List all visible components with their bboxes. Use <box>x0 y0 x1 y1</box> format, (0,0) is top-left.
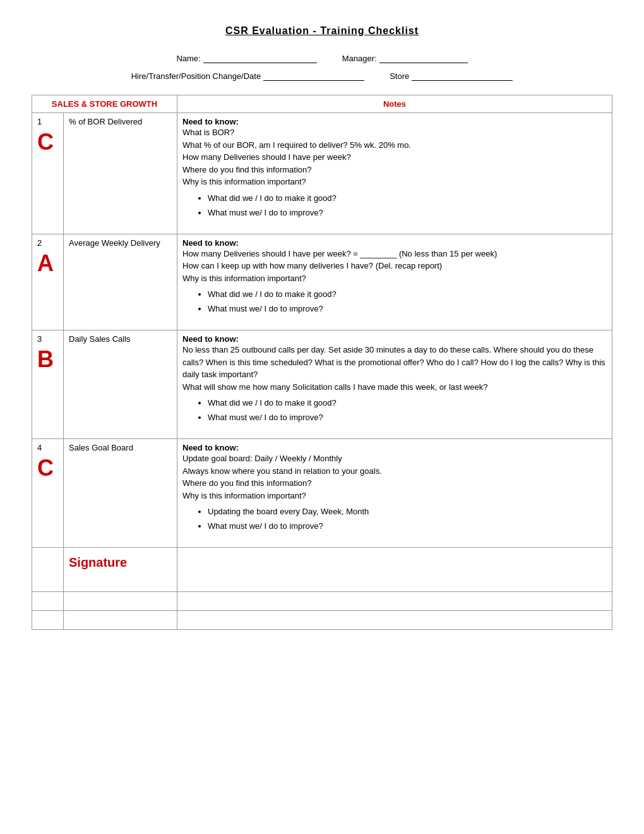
notes-cell: Need to know:How many Deliveries should … <box>177 234 612 330</box>
need-to-know-label: Need to know: <box>182 334 607 344</box>
store-field: Store <box>390 70 513 81</box>
row-grade: C <box>37 129 58 155</box>
name-field: Name: <box>176 52 316 63</box>
row-grade: A <box>37 250 58 277</box>
row-label-cell: % of BOR Delivered <box>64 113 177 234</box>
notes-cell: Need to know:What is BOR?What % of our B… <box>177 113 612 234</box>
page-title: CSR Evaluation - Training Checklist <box>32 25 612 37</box>
footer-num-cell <box>32 592 64 611</box>
manager-field: Manager: <box>342 52 468 63</box>
manager-underline[interactable] <box>379 52 468 63</box>
bullet-list: What did we / I do to make it good?What … <box>208 289 607 313</box>
footer-label-cell <box>64 611 177 630</box>
hire-underline[interactable] <box>263 70 364 81</box>
store-underline[interactable] <box>412 70 513 81</box>
footer-notes-cell <box>177 611 612 630</box>
row-number: 2 <box>37 238 58 248</box>
bullet-list: What did we / I do to make it good?What … <box>208 398 607 422</box>
notes-text: What is BOR?What % of our BOR, am I requ… <box>182 126 607 188</box>
signature-label: Signature <box>69 555 127 569</box>
name-underline[interactable] <box>203 52 317 63</box>
bullet-item: What did we / I do to make it good? <box>208 193 607 203</box>
bullet-item: Updating the board every Day, Week, Mont… <box>208 507 607 516</box>
table-row: 1C% of BOR DeliveredNeed to know:What is… <box>32 113 612 234</box>
bullet-list: What did we / I do to make it good?What … <box>208 193 607 217</box>
need-to-know-label: Need to know: <box>182 117 607 126</box>
bullet-item: What must we/ I do to improve? <box>208 413 607 422</box>
form-row-1: Name: Manager: <box>176 52 467 63</box>
bullet-item: What must we/ I do to improve? <box>208 521 607 531</box>
row-label-cell: Daily Sales Calls <box>64 330 177 439</box>
row-number: 4 <box>37 443 58 452</box>
hire-field: Hire/Transfer/Position Change/Date <box>131 70 364 81</box>
form-fields: Name: Manager: Hire/Transfer/Position Ch… <box>32 52 612 83</box>
row-label: Daily Sales Calls <box>69 334 172 344</box>
row-label: Sales Goal Board <box>69 443 172 452</box>
need-to-know-label: Need to know: <box>182 443 607 452</box>
num-grade-cell: 3B <box>32 330 64 439</box>
row-label: % of BOR Delivered <box>69 117 172 126</box>
header-sales-growth: SALES & STORE GROWTH <box>32 95 177 113</box>
manager-label: Manager: <box>342 54 377 63</box>
footer-num-cell <box>32 611 64 630</box>
num-grade-cell: 2A <box>32 234 64 330</box>
bullet-item: What did we / I do to make it good? <box>208 398 607 408</box>
row-label: Average Weekly Delivery <box>69 238 172 248</box>
signature-row: Signature <box>32 548 612 592</box>
form-row-2: Hire/Transfer/Position Change/Date Store <box>131 70 513 81</box>
num-grade-cell: 1C <box>32 113 64 234</box>
notes-text: How many Deliveries should I have per we… <box>182 248 607 285</box>
bullet-list: Updating the board every Day, Week, Mont… <box>208 507 607 531</box>
num-grade-cell: 4C <box>32 439 64 548</box>
footer-notes-cell <box>177 592 612 611</box>
table-row: 2AAverage Weekly DeliveryNeed to know:Ho… <box>32 234 612 330</box>
sig-label-cell: Signature <box>64 548 177 592</box>
row-label-cell: Sales Goal Board <box>64 439 177 548</box>
need-to-know-label: Need to know: <box>182 238 607 248</box>
row-label-cell: Average Weekly Delivery <box>64 234 177 330</box>
footer-row <box>32 592 612 611</box>
table-header-row: SALES & STORE GROWTH Notes <box>32 95 612 113</box>
row-number: 1 <box>37 117 58 126</box>
sig-notes-cell <box>177 548 612 592</box>
row-grade: B <box>37 346 58 373</box>
main-table: SALES & STORE GROWTH Notes 1C% of BOR De… <box>32 95 612 630</box>
notes-cell: Need to know:Update goal board: Daily / … <box>177 439 612 548</box>
bullet-item: What did we / I do to make it good? <box>208 289 607 299</box>
name-label: Name: <box>176 54 200 63</box>
header-notes: Notes <box>177 95 612 113</box>
footer-label-cell <box>64 592 177 611</box>
table-row: 3BDaily Sales CallsNeed to know:No less … <box>32 330 612 439</box>
notes-text: Update goal board: Daily / Weekly / Mont… <box>182 452 607 502</box>
hire-label: Hire/Transfer/Position Change/Date <box>131 71 261 81</box>
row-number: 3 <box>37 334 58 344</box>
row-grade: C <box>37 455 58 481</box>
sig-num-cell <box>32 548 64 592</box>
footer-row <box>32 611 612 630</box>
table-row: 4CSales Goal BoardNeed to know:Update go… <box>32 439 612 548</box>
notes-text: No less than 25 outbound calls per day. … <box>182 344 607 393</box>
notes-cell: Need to know:No less than 25 outbound ca… <box>177 330 612 439</box>
bullet-item: What must we/ I do to improve? <box>208 208 607 217</box>
store-label: Store <box>390 71 409 81</box>
bullet-item: What must we/ I do to improve? <box>208 304 607 313</box>
